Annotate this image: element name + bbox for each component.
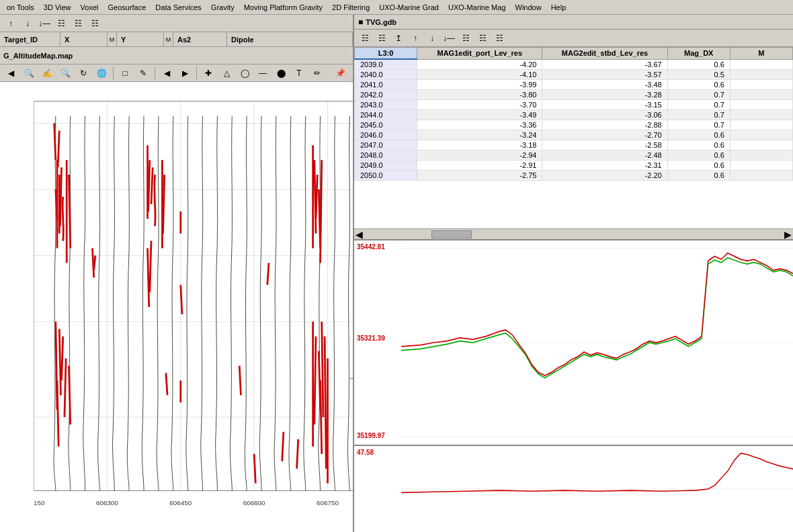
cell-mag2: -2.70 bbox=[542, 130, 667, 140]
map-tool-select[interactable]: □ bbox=[117, 66, 133, 81]
chart-area-2: 47.58 bbox=[354, 445, 793, 532]
table-row[interactable]: 2041.0 -3.99 -3.48 0.6 bbox=[355, 80, 793, 90]
menu-voxel[interactable]: Voxel bbox=[77, 2, 103, 13]
table-row[interactable]: 2046.0 -3.24 -2.70 0.6 bbox=[355, 130, 793, 140]
toolbar-btn-3[interactable]: ↓― bbox=[36, 16, 52, 31]
menu-uxo-marine-grad[interactable]: UXO-Marine Grad bbox=[375, 2, 443, 13]
cell-mag1: -3.49 bbox=[417, 110, 542, 120]
menu-2d-filtering[interactable]: 2D Filtering bbox=[328, 2, 374, 13]
cell-l3: 2041.0 bbox=[355, 80, 417, 90]
toolbar-btn-table[interactable]: ☷ bbox=[53, 16, 69, 31]
menu-3d-view[interactable]: 3D View bbox=[40, 2, 75, 13]
th-l3: L3:0 bbox=[355, 48, 417, 60]
cell-magdx: 0.7 bbox=[667, 100, 730, 110]
table-row[interactable]: 2050.0 -2.75 -2.20 0.6 bbox=[355, 171, 793, 181]
map-tool-circle[interactable]: ◯ bbox=[237, 66, 253, 81]
menu-window[interactable]: Window bbox=[511, 2, 546, 13]
menu-data-services[interactable]: Data Services bbox=[151, 2, 205, 13]
map-tool-globe[interactable]: 🌐 bbox=[93, 66, 110, 81]
tvg-tool-2[interactable]: ☷ bbox=[374, 31, 390, 46]
cell-mag2: -2.58 bbox=[542, 140, 667, 150]
toolbar-btn-5[interactable]: ☷ bbox=[87, 16, 103, 31]
cell-magdx: 0.6 bbox=[667, 80, 730, 90]
table-header: Target_ID X M Y M As2 Dipole bbox=[0, 32, 353, 47]
map-canvas[interactable]: 2363250 2363100 2363000 2362800 2362650 bbox=[0, 82, 353, 532]
cell-extra bbox=[730, 120, 792, 130]
cell-magdx: 0.7 bbox=[667, 110, 730, 120]
cell-l3: 2049.0 bbox=[355, 161, 417, 171]
tvg-tool-1[interactable]: ☷ bbox=[357, 31, 373, 46]
cell-mag1: -3.18 bbox=[417, 140, 542, 150]
cell-l3: 2042.0 bbox=[355, 90, 417, 100]
chart-area-1: 35442.81 35321.39 35199.97 bbox=[354, 239, 793, 445]
map-filename-label: G_AltitudeMap.map bbox=[3, 48, 73, 63]
scroll-right-btn[interactable]: ▶ bbox=[784, 229, 792, 240]
map-tool-zoom-in[interactable]: 🔍 bbox=[57, 66, 73, 81]
scroll-area[interactable]: ◀ ▶ bbox=[354, 228, 793, 239]
th-x-sort: M bbox=[108, 32, 117, 46]
table-row[interactable]: 2039.0 -4.20 -3.67 0.6 bbox=[355, 59, 793, 70]
cell-extra bbox=[730, 70, 792, 80]
menu-moving-platform-gravity[interactable]: Moving Platform Gravity bbox=[240, 2, 327, 13]
data-table[interactable]: L3:0 MAG1edit_port_Lev_res MAG2edit_stbd… bbox=[354, 47, 793, 228]
cell-mag2: -2.48 bbox=[542, 150, 667, 161]
map-tool-text[interactable]: T bbox=[291, 66, 307, 81]
menu-help[interactable]: Help bbox=[547, 2, 571, 13]
table-row[interactable]: 2040.0 -4.10 -3.57 0.5 bbox=[355, 70, 793, 80]
map-tool-next[interactable]: ▶ bbox=[177, 66, 193, 81]
cell-mag2: -2.31 bbox=[542, 161, 667, 171]
cell-magdx: 0.6 bbox=[667, 130, 730, 140]
table-row[interactable]: 2048.0 -2.94 -2.48 0.6 bbox=[355, 150, 793, 161]
svg-text:606300: 606300 bbox=[96, 499, 118, 506]
tvg-tool-expand[interactable]: ↥ bbox=[390, 31, 407, 46]
th-dipole: Dipole bbox=[227, 32, 353, 46]
tvg-tool-down2[interactable]: ↓― bbox=[441, 31, 457, 46]
table-row[interactable]: 2049.0 -2.91 -2.31 0.6 bbox=[355, 161, 793, 171]
cell-l3: 2044.0 bbox=[355, 110, 417, 120]
scroll-left-btn[interactable]: ◀ bbox=[356, 229, 363, 240]
map-tool-pin[interactable]: 📌 bbox=[332, 66, 348, 81]
toolbar-btn-4[interactable]: ☷ bbox=[70, 16, 86, 31]
map-tool-prev[interactable]: ◀ bbox=[159, 66, 175, 81]
menu-geosurface[interactable]: Geosurface bbox=[103, 2, 150, 13]
cell-extra bbox=[730, 161, 792, 171]
cell-mag2: -3.57 bbox=[542, 70, 667, 80]
sep2 bbox=[155, 66, 155, 80]
map-tool-line[interactable]: — bbox=[255, 66, 271, 81]
map-tool-polygon[interactable]: △ bbox=[218, 66, 235, 81]
svg-text:606600: 606600 bbox=[243, 499, 265, 506]
cell-l3: 2043.0 bbox=[355, 100, 417, 110]
tvg-tool-table[interactable]: ☷ bbox=[458, 31, 474, 46]
map-tool-crosshair[interactable]: ✚ bbox=[200, 66, 216, 81]
cell-extra bbox=[730, 80, 792, 90]
scroll-thumb[interactable] bbox=[431, 230, 472, 238]
cell-l3: 2039.0 bbox=[355, 59, 417, 70]
tvg-tool-grid[interactable]: ☷ bbox=[491, 31, 507, 46]
map-tool-zoom-out[interactable]: 🔍 bbox=[21, 66, 37, 81]
tvg-tool-table2[interactable]: ☷ bbox=[474, 31, 491, 46]
table-row[interactable]: 2042.0 -3.80 -3.28 0.7 bbox=[355, 90, 793, 100]
menu-on-tools[interactable]: on Tools bbox=[3, 2, 38, 13]
table-row[interactable]: 2044.0 -3.49 -3.06 0.7 bbox=[355, 110, 793, 120]
table-row[interactable]: 2047.0 -3.18 -2.58 0.6 bbox=[355, 140, 793, 150]
map-tool-pen[interactable]: ✎ bbox=[135, 66, 151, 81]
table-row[interactable]: 2045.0 -3.36 -2.88 0.7 bbox=[355, 120, 793, 130]
map-tool-extra[interactable]: ✏ bbox=[309, 66, 325, 81]
cell-extra bbox=[730, 59, 792, 70]
toolbar-btn-1[interactable]: ↑ bbox=[3, 16, 19, 31]
cell-l3: 2047.0 bbox=[355, 140, 417, 150]
toolbar-btn-2[interactable]: ↓ bbox=[19, 16, 36, 31]
map-tool-point[interactable]: ⬤ bbox=[273, 66, 289, 81]
map-tool-hand[interactable]: ✍ bbox=[39, 66, 55, 81]
map-tool-back[interactable]: ◀ bbox=[3, 66, 19, 81]
menu-gravity[interactable]: Gravity bbox=[207, 2, 239, 13]
cell-magdx: 0.6 bbox=[667, 150, 730, 161]
tvg-tool-down[interactable]: ↓ bbox=[424, 31, 440, 46]
table-row[interactable]: 2043.0 -3.70 -3.15 0.7 bbox=[355, 100, 793, 110]
th-mag2: MAG2edit_stbd_Lev_res bbox=[542, 48, 667, 60]
menu-uxo-marine-mag[interactable]: UXO-Marine Mag bbox=[444, 2, 510, 13]
tvg-tool-up[interactable]: ↑ bbox=[407, 31, 423, 46]
cell-magdx: 0.6 bbox=[667, 59, 730, 70]
cell-mag1: -2.91 bbox=[417, 161, 542, 171]
map-tool-reset[interactable]: ↻ bbox=[75, 66, 91, 81]
